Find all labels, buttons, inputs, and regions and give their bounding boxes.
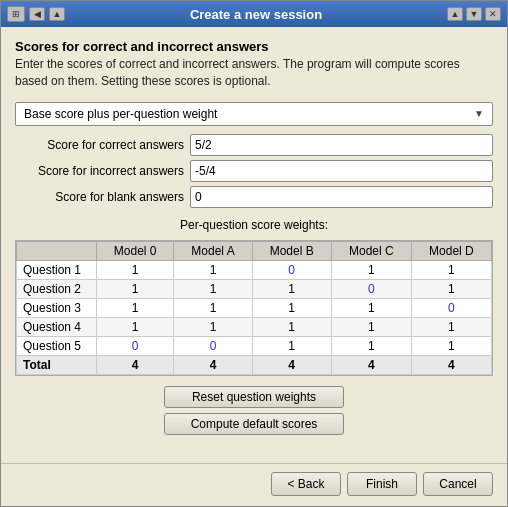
bottom-bar: < Back Finish Cancel — [1, 463, 507, 506]
cell: 1 — [252, 279, 331, 298]
per-question-label: Per-question score weights: — [15, 218, 493, 232]
weights-table-container: Model 0 Model A Model B Model C Model D … — [15, 240, 493, 376]
cell: 1 — [331, 260, 411, 279]
total-cell: 4 — [252, 355, 331, 374]
compute-scores-button[interactable]: Compute default scores — [164, 413, 344, 435]
section-header: Scores for correct and incorrect answers… — [15, 39, 493, 90]
cancel-button[interactable]: Cancel — [423, 472, 493, 496]
cell: 1 — [331, 298, 411, 317]
cell: 1 — [411, 279, 491, 298]
row-label: Question 5 — [17, 336, 97, 355]
section-description: Enter the scores of correct and incorrec… — [15, 56, 493, 90]
cell: 0 — [97, 336, 174, 355]
minimize-icon[interactable]: ▲ — [447, 7, 463, 21]
row-label: Question 1 — [17, 260, 97, 279]
total-cell: 4 — [411, 355, 491, 374]
score-fields: Score for correct answers Score for inco… — [15, 134, 493, 208]
total-cell: 4 — [331, 355, 411, 374]
col-header-modelC: Model C — [331, 241, 411, 260]
row-label: Question 2 — [17, 279, 97, 298]
total-label: Total — [17, 355, 97, 374]
cell: 0 — [331, 279, 411, 298]
row-label: Question 3 — [17, 298, 97, 317]
total-row: Total 4 4 4 4 4 — [17, 355, 492, 374]
score-type-dropdown[interactable]: Base score plus per-question weight ▼ — [15, 102, 493, 126]
cell: 1 — [174, 317, 252, 336]
col-header-model0: Model 0 — [97, 241, 174, 260]
reset-weights-button[interactable]: Reset question weights — [164, 386, 344, 408]
title-bar: ⊞ ◀ ▲ Create a new session ▲ ▼ ✕ — [1, 1, 507, 27]
back-icon[interactable]: ◀ — [29, 7, 45, 21]
cell: 1 — [97, 317, 174, 336]
action-buttons: Reset question weights Compute default s… — [15, 386, 493, 435]
correct-answer-row: Score for correct answers — [15, 134, 493, 156]
cell: 1 — [252, 336, 331, 355]
forward-icon[interactable]: ▲ — [49, 7, 65, 21]
cell: 1 — [411, 317, 491, 336]
col-header-modelD: Model D — [411, 241, 491, 260]
cell: 1 — [411, 260, 491, 279]
blank-input[interactable] — [190, 186, 493, 208]
finish-button[interactable]: Finish — [347, 472, 417, 496]
section-title: Scores for correct and incorrect answers — [15, 39, 493, 54]
title-bar-right: ▲ ▼ ✕ — [447, 7, 501, 21]
content-area: Scores for correct and incorrect answers… — [1, 27, 507, 463]
cell: 1 — [97, 279, 174, 298]
table-row: Question 5 0 0 1 1 1 — [17, 336, 492, 355]
cell: 1 — [174, 260, 252, 279]
close-icon[interactable]: ✕ — [485, 7, 501, 21]
cell: 1 — [174, 279, 252, 298]
cell: 0 — [174, 336, 252, 355]
cell: 1 — [252, 317, 331, 336]
table-row: Question 3 1 1 1 1 0 — [17, 298, 492, 317]
blank-answer-row: Score for blank answers — [15, 186, 493, 208]
table-row: Question 1 1 1 0 1 1 — [17, 260, 492, 279]
maximize-icon[interactable]: ▼ — [466, 7, 482, 21]
total-cell: 4 — [97, 355, 174, 374]
cell: 1 — [252, 298, 331, 317]
table-header-row: Model 0 Model A Model B Model C Model D — [17, 241, 492, 260]
total-cell: 4 — [174, 355, 252, 374]
dropdown-label: Base score plus per-question weight — [24, 107, 474, 121]
correct-label: Score for correct answers — [15, 138, 190, 152]
row-label: Question 4 — [17, 317, 97, 336]
col-header-modelB: Model B — [252, 241, 331, 260]
blank-label: Score for blank answers — [15, 190, 190, 204]
cell: 1 — [331, 336, 411, 355]
cell: 0 — [252, 260, 331, 279]
weights-table: Model 0 Model A Model B Model C Model D … — [16, 241, 492, 375]
back-button[interactable]: < Back — [271, 472, 341, 496]
main-window: ⊞ ◀ ▲ Create a new session ▲ ▼ ✕ Scores … — [0, 0, 508, 507]
cell: 1 — [97, 260, 174, 279]
col-header-modelA: Model A — [174, 241, 252, 260]
window-title: Create a new session — [65, 7, 447, 22]
cell: 0 — [411, 298, 491, 317]
dropdown-row: Base score plus per-question weight ▼ — [15, 102, 493, 126]
table-row: Question 4 1 1 1 1 1 — [17, 317, 492, 336]
cell: 1 — [331, 317, 411, 336]
title-bar-left: ⊞ ◀ ▲ — [7, 6, 65, 22]
incorrect-answer-row: Score for incorrect answers — [15, 160, 493, 182]
col-header-question — [17, 241, 97, 260]
correct-input[interactable] — [190, 134, 493, 156]
cell: 1 — [411, 336, 491, 355]
cell: 1 — [97, 298, 174, 317]
table-row: Question 2 1 1 1 0 1 — [17, 279, 492, 298]
cell: 1 — [174, 298, 252, 317]
incorrect-input[interactable] — [190, 160, 493, 182]
system-menu-icon[interactable]: ⊞ — [7, 6, 25, 22]
incorrect-label: Score for incorrect answers — [15, 164, 190, 178]
chevron-down-icon: ▼ — [474, 108, 484, 119]
